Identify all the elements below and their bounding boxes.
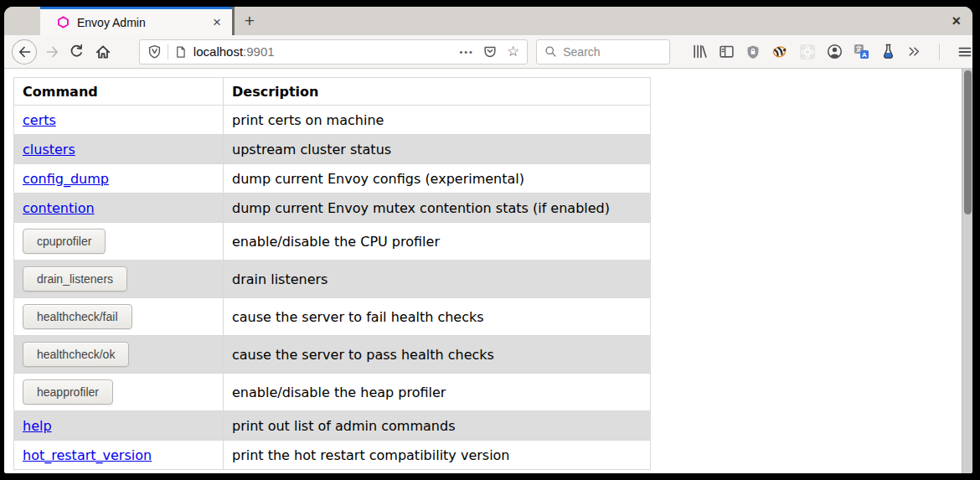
command-description: enable/disable the heap profiler <box>232 385 446 400</box>
new-tab-button[interactable]: + <box>239 10 260 32</box>
forward-button[interactable] <box>42 39 64 65</box>
command-description: print certs on machine <box>232 112 384 128</box>
admin-commands-table: Command Description certs print certs on… <box>13 77 651 470</box>
translate-extension-icon[interactable]: A <box>854 44 869 59</box>
reload-button[interactable] <box>66 39 88 65</box>
home-button[interactable] <box>92 39 114 65</box>
command-description: cause the server to fail health checks <box>232 309 484 325</box>
table-row: healthcheck/fail cause the server to fai… <box>14 298 651 336</box>
navigation-toolbar: localhost:9901 ••• ☆ Search <box>4 35 972 69</box>
back-button[interactable] <box>12 39 37 65</box>
table-row: certs print certs on machine <box>14 106 651 135</box>
sidebars-icon[interactable] <box>719 44 735 59</box>
bookmark-star-icon[interactable]: ☆ <box>507 44 519 59</box>
table-row: clusters upstream cluster status <box>14 135 651 164</box>
vertical-scrollbar[interactable] <box>962 69 972 473</box>
url-host: localhost <box>193 44 243 59</box>
command-link[interactable]: hot_restart_version <box>23 447 152 463</box>
command-link[interactable]: certs <box>23 112 56 128</box>
toolbar-icon-strip: A <box>692 44 972 60</box>
command-description: drain listeners <box>232 271 328 287</box>
home-icon <box>95 44 111 60</box>
tab-bar: Envoy Admin × + × <box>4 7 972 35</box>
urlbar-divider <box>168 44 168 59</box>
back-arrow-icon <box>17 44 32 59</box>
command-button[interactable]: cpuprofiler <box>23 229 106 254</box>
table-row: help print out list of admin commands <box>14 411 651 441</box>
pocket-icon[interactable] <box>482 44 498 59</box>
shield-lock-extension-icon[interactable] <box>745 44 761 59</box>
command-description: print the hot restart compatibility vers… <box>232 447 510 463</box>
table-row: hot_restart_version print the hot restar… <box>14 441 651 470</box>
tracking-protection-shield-icon[interactable] <box>147 44 162 59</box>
command-link[interactable]: config_dump <box>23 171 109 187</box>
disabled-extension-icon[interactable] <box>799 44 816 60</box>
command-description: dump current Envoy configs (experimental… <box>232 171 524 187</box>
command-button[interactable]: heapprofiler <box>23 379 113 405</box>
scrollbar-thumb[interactable] <box>964 70 972 214</box>
command-button[interactable]: healthcheck/fail <box>23 304 132 329</box>
forward-arrow-icon <box>45 44 60 59</box>
command-description: enable/disable the CPU profiler <box>232 234 440 250</box>
table-row: healthcheck/ok cause the server to pass … <box>14 336 651 374</box>
table-row: contention dump current Envoy mutex cont… <box>14 194 651 223</box>
command-description: cause the server to pass health checks <box>232 347 494 363</box>
page-info-icon[interactable] <box>174 45 187 59</box>
hamburger-menu-icon[interactable] <box>957 44 972 59</box>
tab-close-icon[interactable]: × <box>210 15 224 29</box>
command-description: upstream cluster status <box>232 142 391 157</box>
table-row: heapprofiler enable/disable the heap pro… <box>14 374 651 411</box>
table-row: drain_listeners drain listeners <box>14 261 651 298</box>
toolbar-divider <box>939 44 940 60</box>
command-description: dump current Envoy mutex contention stat… <box>232 200 610 216</box>
account-extension-icon[interactable] <box>827 44 843 59</box>
browser-window: Envoy Admin × + × <box>4 7 972 473</box>
url-port: :9901 <box>243 44 275 59</box>
command-button[interactable]: healthcheck/ok <box>23 342 129 367</box>
svg-text:A: A <box>862 51 867 59</box>
page-actions-icon[interactable]: ••• <box>459 47 474 57</box>
table-row: cpuprofiler enable/disable the CPU profi… <box>14 223 651 261</box>
command-link[interactable]: clusters <box>23 142 75 157</box>
command-link[interactable]: help <box>23 418 52 434</box>
privacy-badger-extension-icon[interactable] <box>771 44 788 60</box>
description-column-header: Description <box>224 78 651 106</box>
table-row: config_dump dump current Envoy configs (… <box>14 164 651 194</box>
table-header-row: Command Description <box>14 78 651 106</box>
search-icon <box>544 45 557 58</box>
reload-icon <box>69 44 85 59</box>
url-text[interactable]: localhost:9901 <box>193 44 275 59</box>
tab-envoy-admin[interactable]: Envoy Admin × <box>40 7 232 35</box>
command-description: print out list of admin commands <box>232 418 455 434</box>
command-column-header: Command <box>14 78 224 106</box>
library-icon[interactable] <box>692 44 708 59</box>
page-content: Command Description certs print certs on… <box>4 69 972 473</box>
search-placeholder: Search <box>563 45 600 59</box>
command-button[interactable]: drain_listeners <box>23 266 127 292</box>
tab-separator <box>232 7 235 35</box>
envoy-favicon-icon <box>57 16 70 28</box>
window-close-button[interactable]: × <box>952 7 961 35</box>
url-bar[interactable]: localhost:9901 ••• ☆ <box>139 39 528 65</box>
command-link[interactable]: contention <box>23 200 95 216</box>
search-bar[interactable]: Search <box>536 39 670 65</box>
overflow-chevron-icon[interactable] <box>907 44 921 59</box>
tab-title: Envoy Admin <box>77 16 210 29</box>
flask-extension-icon[interactable] <box>880 44 896 59</box>
